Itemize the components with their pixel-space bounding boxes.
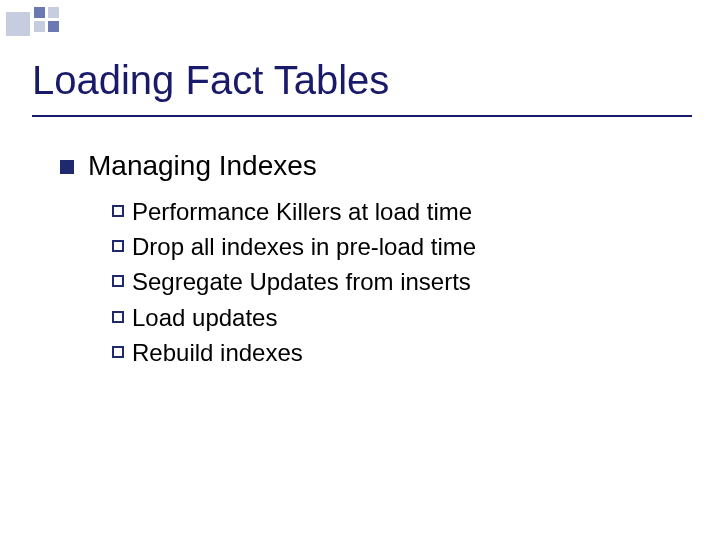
hollow-square-icon	[112, 346, 124, 358]
slide-body: Managing Indexes Performance Killers at …	[60, 150, 680, 372]
corner-decoration	[6, 7, 62, 37]
hollow-square-icon	[112, 311, 124, 323]
slide: Loading Fact Tables Managing Indexes Per…	[0, 0, 720, 540]
bullet-level2: Segregate Updates from inserts	[112, 266, 680, 297]
level2-list: Performance Killers at load time Drop al…	[112, 196, 680, 368]
title-underline	[32, 115, 692, 117]
bullet-level2: Drop all indexes in pre-load time	[112, 231, 680, 262]
slide-title: Loading Fact Tables	[32, 58, 688, 103]
level2-text: Load updates	[132, 302, 277, 333]
hollow-square-icon	[112, 275, 124, 287]
level2-text: Drop all indexes in pre-load time	[132, 231, 476, 262]
level2-text: Performance Killers at load time	[132, 196, 472, 227]
hollow-square-icon	[112, 240, 124, 252]
level2-text: Segregate Updates from inserts	[132, 266, 471, 297]
bullet-level1: Managing Indexes	[60, 150, 680, 182]
level1-text: Managing Indexes	[88, 150, 317, 182]
hollow-square-icon	[112, 205, 124, 217]
filled-square-icon	[60, 160, 74, 174]
bullet-level2: Rebuild indexes	[112, 337, 680, 368]
level2-text: Rebuild indexes	[132, 337, 303, 368]
bullet-level2: Load updates	[112, 302, 680, 333]
bullet-level2: Performance Killers at load time	[112, 196, 680, 227]
